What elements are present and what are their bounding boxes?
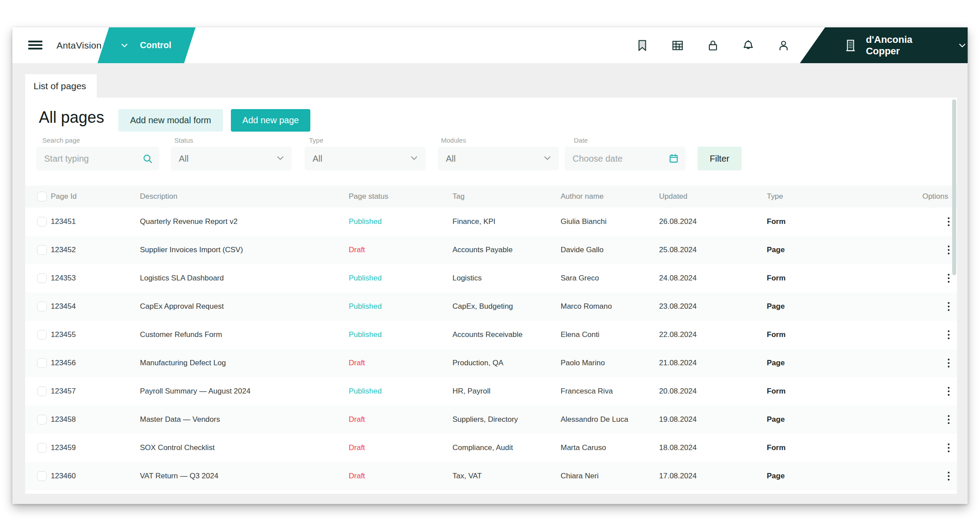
table-row: 124353Logistics SLA DashboardPublishedLo… (25, 264, 957, 292)
grid-icon[interactable] (671, 39, 684, 52)
cell-page-status: Published (349, 321, 382, 349)
cell-updated: 25.08.2024 (659, 236, 697, 264)
cell-type: Page (767, 236, 785, 264)
cell-page-id: 123458 (51, 405, 76, 434)
cell-type: Form (767, 434, 786, 462)
cell-author-name: Chiara Neri (561, 462, 599, 490)
row-options-kebab-icon[interactable] (942, 405, 955, 434)
row-checkbox[interactable] (37, 330, 47, 340)
search-label: Search page (42, 136, 80, 144)
table-row: 123456Manufacturing Defect LogDraftProdu… (25, 349, 957, 377)
hamburger-menu-icon[interactable] (28, 40, 42, 51)
cell-description: Supplier Invoices Import (CSV) (140, 236, 243, 264)
cell-page-id: 123459 (51, 434, 76, 462)
cell-author-name: Giulia Bianchi (561, 208, 607, 236)
company-selector[interactable]: d'Anconia Copper (800, 27, 968, 63)
brand-name: AntaVision (57, 27, 102, 63)
cell-author-name: Francesca Riva (561, 377, 613, 405)
date-picker[interactable]: Choose date (565, 147, 686, 170)
table-row: 123455Customer Refunds FormPublishedAcco… (25, 321, 957, 349)
cell-page-id: 123452 (51, 236, 76, 264)
cell-type: Page (767, 462, 785, 490)
pages-card: All pages Add new modal form Add new pag… (25, 98, 957, 494)
cell-type: Page (767, 292, 785, 321)
lock-icon[interactable] (706, 39, 720, 52)
bookmark-icon[interactable] (636, 39, 649, 52)
col-options: Options (922, 186, 948, 208)
cell-description: SOX Control Checklist (140, 434, 215, 462)
modules-label: Modules (441, 136, 466, 144)
cell-updated: 21.08.2024 (659, 349, 697, 377)
col-tag: Tag (452, 186, 464, 208)
add-new-modal-form-button[interactable]: Add new modal form (118, 109, 223, 132)
cell-updated: 20.08.2024 (659, 377, 697, 405)
row-options-kebab-icon[interactable] (942, 377, 955, 405)
table-row: 123454CapEx Approval RequestPublishedCap… (25, 292, 957, 321)
col-type: Type (767, 186, 783, 208)
cell-updated: 19.08.2024 (659, 405, 697, 434)
nav-control-tab[interactable]: Control (98, 27, 196, 63)
status-value: All (179, 154, 188, 164)
cell-tag: Compliance, Audit (452, 434, 513, 462)
chevron-down-icon (957, 40, 968, 51)
cell-author-name: Alessandro De Luca (561, 405, 628, 434)
table-header-row: Page Id Description Page status Tag Auth… (25, 186, 957, 208)
cell-page-status: Draft (349, 434, 365, 462)
row-checkbox[interactable] (37, 471, 47, 481)
row-checkbox[interactable] (37, 358, 47, 368)
status-select[interactable]: All (171, 147, 292, 170)
cell-updated: 18.08.2024 (659, 434, 697, 462)
cell-page-status: Published (349, 264, 382, 292)
search-field (36, 147, 159, 170)
cell-page-id: 123451 (51, 208, 76, 236)
company-name: d'Anconia Copper (866, 34, 947, 57)
select-all-checkbox[interactable] (37, 192, 47, 201)
cell-page-id: 123455 (51, 321, 76, 349)
modules-value: All (446, 154, 456, 164)
modules-select[interactable]: All (438, 147, 559, 170)
col-page-id: Page Id (51, 186, 77, 208)
bell-icon[interactable] (742, 39, 755, 52)
cell-page-id: 124353 (51, 264, 76, 292)
row-options-kebab-icon[interactable] (942, 349, 955, 377)
cell-tag: Logistics (452, 264, 482, 292)
chevron-down-icon (542, 153, 553, 166)
row-checkbox[interactable] (37, 245, 47, 255)
row-checkbox[interactable] (37, 273, 47, 283)
cell-description: Payroll Summary — August 2024 (140, 377, 250, 405)
row-checkbox[interactable] (37, 217, 47, 227)
cell-tag: HR, Payroll (452, 377, 490, 405)
filter-button[interactable]: Filter (697, 147, 742, 170)
row-checkbox[interactable] (37, 302, 47, 311)
app-window: AntaVision Control d'Anconia Copper List… (12, 27, 968, 504)
cell-page-status: Draft (349, 462, 365, 490)
search-input[interactable] (44, 154, 132, 164)
cell-author-name: Davide Gallo (561, 236, 603, 264)
row-checkbox[interactable] (37, 443, 47, 453)
tab-list-of-pages[interactable]: List of pages (25, 74, 97, 98)
type-select[interactable]: All (305, 147, 426, 170)
cell-type: Form (767, 208, 786, 236)
cell-page-status: Draft (349, 236, 365, 264)
row-checkbox-cell (37, 377, 47, 405)
add-new-page-button[interactable]: Add new page (231, 109, 310, 132)
cell-tag: Finance, KPI (452, 208, 495, 236)
cell-page-status: Draft (349, 405, 365, 434)
search-icon[interactable] (142, 153, 153, 167)
row-checkbox[interactable] (37, 415, 47, 424)
vertical-scrollbar-thumb[interactable] (952, 99, 956, 275)
row-checkbox[interactable] (37, 386, 47, 396)
table-body: 123451Quarterly Revenue Report v2Publish… (25, 208, 957, 490)
col-author-name: Author name (561, 186, 603, 208)
cell-description: Manufacturing Defect Log (140, 349, 226, 377)
row-options-kebab-icon[interactable] (942, 434, 955, 462)
cell-updated: 24.08.2024 (659, 264, 697, 292)
row-options-kebab-icon[interactable] (942, 321, 955, 349)
user-icon[interactable] (777, 39, 790, 52)
row-options-kebab-icon[interactable] (942, 462, 955, 490)
cell-tag: Accounts Receivable (452, 321, 523, 349)
cell-tag: Accounts Payable (452, 236, 513, 264)
cell-updated: 17.08.2024 (659, 462, 697, 490)
row-checkbox-cell (37, 236, 47, 264)
row-options-kebab-icon[interactable] (942, 292, 955, 321)
